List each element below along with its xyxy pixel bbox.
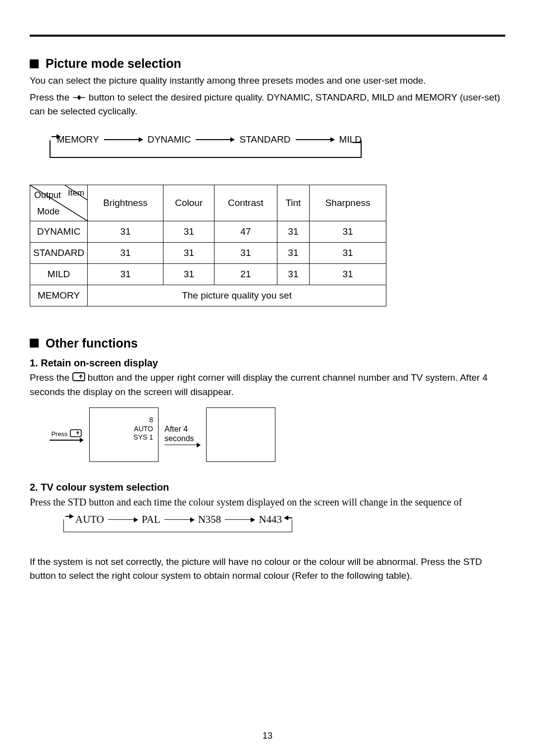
square-bullet-icon	[30, 59, 39, 68]
table-header-row: Output Item Mode Brightness Colour Contr…	[30, 185, 386, 221]
picture-mode-heading-text: Picture mode selection	[46, 56, 181, 71]
osd-line: AUTO	[133, 425, 153, 434]
mode-cell: STANDARD	[30, 242, 88, 263]
pm-para2-a: Press the	[30, 92, 69, 102]
col-header: Tint	[277, 185, 310, 221]
value-cell: 31	[310, 263, 386, 285]
table-row: STANDARD 31 31 31 31 31	[30, 242, 386, 263]
osd-diagram: Press 8 AUTO SYS 1 After 4 seconds	[50, 407, 505, 462]
osd-press-block: Press	[50, 429, 83, 441]
mode-cell: DYNAMIC	[30, 221, 88, 242]
pm-para2: Press the button to select the desired p…	[30, 91, 505, 118]
retain-osd-title: 1. Retain on-screen display	[30, 357, 505, 369]
mode-cell: MILD	[30, 263, 88, 285]
value-cell: 31	[277, 242, 310, 263]
picture-mode-cycle-diagram: MEMORY DYNAMIC STANDARD MILD	[45, 130, 362, 165]
osd-line: SYS 1	[133, 433, 153, 442]
col-header: Colour	[163, 185, 214, 221]
picture-mode-heading: Picture mode selection	[30, 56, 505, 71]
arrow-right-icon	[164, 445, 200, 446]
table-row: DYNAMIC 31 31 47 31 31	[30, 221, 386, 242]
svg-rect-10	[70, 430, 81, 437]
value-cell: 31	[163, 263, 214, 285]
picture-mode-button-icon	[72, 91, 86, 105]
col-header: Contrast	[214, 185, 277, 221]
retain-osd-text-b: button and the upper right corner will d…	[30, 372, 487, 397]
table-row: MEMORY The picture quality you set	[30, 285, 386, 306]
osd-screen-empty	[206, 407, 275, 462]
table-row: MILD 31 31 21 31 31	[30, 263, 386, 285]
other-functions-heading: Other functions	[30, 336, 505, 351]
diag-item-label: Item	[68, 188, 84, 198]
value-cell: 31	[88, 263, 163, 285]
osd-screen-with-text: 8 AUTO SYS 1	[89, 407, 159, 462]
svg-rect-8	[73, 373, 85, 381]
retain-osd-text: Press the button and the upper right cor…	[30, 371, 505, 399]
osd-press-label: Press	[51, 430, 67, 438]
value-cell: 31	[88, 221, 163, 242]
picture-mode-table: Output Item Mode Brightness Colour Contr…	[30, 185, 386, 306]
value-cell: 31	[163, 242, 214, 263]
value-cell: 31	[310, 221, 386, 242]
value-cell: 47	[214, 221, 277, 242]
osd-after-l2: seconds	[164, 434, 194, 443]
osd-after-block: After 4 seconds	[164, 424, 200, 445]
value-cell: 31	[277, 221, 310, 242]
diag-mode-label: Mode	[37, 206, 59, 217]
colour-system-title: 2. TV colour system selection	[30, 482, 505, 493]
pm-para1: You can select the picture quality insta…	[30, 74, 505, 88]
value-cell: 31	[277, 263, 310, 285]
value-cell: 31	[310, 242, 386, 263]
osd-after-l1: After 4	[164, 424, 188, 434]
memory-text-cell: The picture quality you set	[88, 285, 386, 306]
osd-line: 8	[133, 416, 153, 425]
other-functions-heading-text: Other functions	[46, 336, 138, 351]
page-number: 13	[0, 731, 535, 741]
retain-osd-text-a: Press the	[30, 372, 69, 383]
call-button-icon	[72, 371, 85, 385]
value-cell: 31	[88, 242, 163, 263]
value-cell: 31	[163, 221, 214, 242]
colour-system-text: Press the STD button and each time the c…	[30, 495, 505, 509]
value-cell: 21	[214, 263, 277, 285]
col-header: Sharpness	[310, 185, 386, 221]
top-rule	[30, 35, 505, 37]
square-bullet-icon	[30, 339, 39, 348]
diag-header: Output Item Mode	[30, 185, 88, 221]
colour-system-note: If the system is not set correctly, the …	[30, 555, 505, 582]
mode-cell: MEMORY	[30, 285, 88, 306]
col-header: Brightness	[88, 185, 163, 221]
diag-output-label: Output	[34, 190, 61, 201]
value-cell: 31	[214, 242, 277, 263]
colour-system-cycle-diagram: AUTO PAL N358 N443	[59, 512, 292, 540]
arrow-left-icon	[284, 517, 292, 518]
pm-para2-b: button to select the desired picture qua…	[30, 92, 500, 117]
arrow-right-icon	[50, 440, 83, 441]
